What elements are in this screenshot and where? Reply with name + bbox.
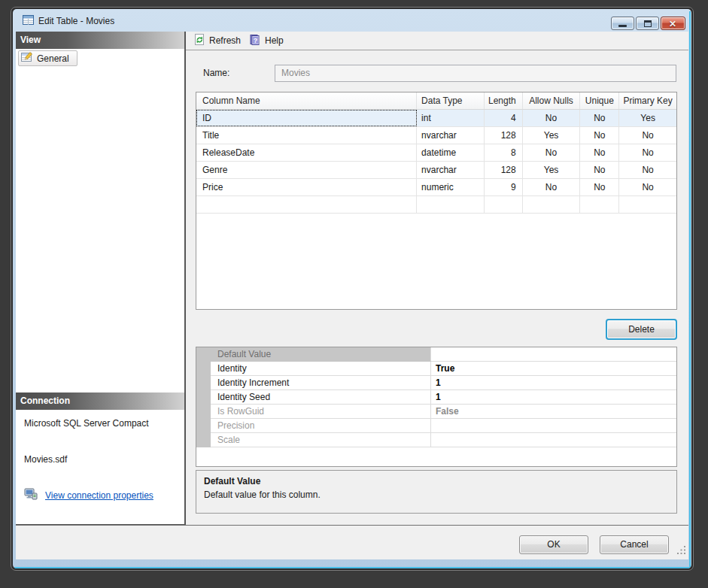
table-cell[interactable]: No [619, 127, 676, 144]
table-cell[interactable]: No [580, 110, 619, 126]
property-value[interactable]: 1 [431, 390, 676, 405]
table-row[interactable]: Pricenumeric9NoNoNo [196, 179, 676, 196]
property-value[interactable] [431, 347, 676, 362]
property-value[interactable] [431, 419, 676, 433]
table-cell[interactable]: No [619, 162, 676, 178]
table-cell[interactable]: Title [196, 127, 417, 144]
window-icon [23, 15, 35, 28]
table-cell[interactable]: int [417, 110, 485, 126]
property-label[interactable]: Identity Increment [196, 376, 431, 390]
table-cell[interactable]: No [523, 179, 581, 195]
table-cell[interactable]: No [619, 179, 676, 195]
property-label[interactable]: Default Value [196, 347, 431, 362]
table-cell[interactable] [580, 196, 619, 213]
sidebar-item-general[interactable]: General [18, 50, 77, 66]
property-value[interactable]: 1 [431, 376, 676, 390]
close-button[interactable]: ✕ [661, 17, 685, 30]
table-cell[interactable] [485, 196, 523, 213]
column-header[interactable]: Column Name [196, 92, 417, 109]
property-value[interactable] [431, 433, 676, 447]
resize-grip[interactable] [676, 545, 686, 557]
table-cell[interactable]: 128 [485, 162, 523, 178]
column-header[interactable]: Data Type [417, 92, 485, 109]
table-cell[interactable]: Yes [523, 127, 581, 144]
table-cell[interactable] [417, 196, 485, 213]
property-row[interactable]: Scale [196, 433, 676, 447]
table-cell[interactable]: Yes [523, 162, 581, 178]
table-cell[interactable] [523, 196, 581, 213]
property-value[interactable]: True [431, 362, 676, 376]
table-cell[interactable]: No [523, 144, 581, 161]
property-grid-gutter [196, 347, 211, 447]
name-label: Name: [203, 68, 229, 78]
main-panel: Refresh ? Help Name: Movies Column NameD… [186, 32, 688, 525]
refresh-icon [194, 34, 205, 48]
table-cell[interactable]: 128 [485, 127, 523, 144]
refresh-button[interactable]: Refresh [194, 34, 241, 48]
table-cell[interactable]: No [580, 144, 619, 161]
table-cell[interactable]: Yes [619, 110, 676, 126]
property-row[interactable]: Is RowGuidFalse [196, 405, 676, 419]
column-header[interactable]: Unique [580, 92, 619, 109]
cancel-button[interactable]: Cancel [600, 535, 669, 554]
table-row[interactable]: ReleaseDatedatetime8NoNoNo [196, 144, 676, 162]
property-row[interactable]: Default Value [196, 347, 676, 362]
help-button[interactable]: ? Help [249, 34, 284, 48]
table-cell[interactable]: nvarchar [417, 162, 485, 178]
refresh-label: Refresh [209, 35, 241, 46]
window-title: Edit Table - Movies [38, 16, 114, 26]
table-cell[interactable]: numeric [417, 179, 485, 195]
table-cell[interactable]: No [580, 162, 619, 178]
property-value[interactable]: False [431, 405, 676, 419]
name-input[interactable]: Movies [275, 65, 676, 82]
table-cell[interactable]: ID [196, 110, 417, 126]
table-cell[interactable]: Price [196, 179, 417, 195]
table-cell[interactable]: datetime [417, 144, 485, 161]
table-cell[interactable]: No [580, 127, 619, 144]
minimize-icon [618, 25, 627, 27]
column-header[interactable]: Allow Nulls [523, 92, 581, 109]
column-header[interactable]: Length [485, 92, 523, 109]
minimize-button[interactable] [611, 17, 634, 30]
property-row[interactable]: IdentityTrue [196, 362, 676, 376]
table-cell[interactable]: Genre [196, 162, 417, 178]
property-label[interactable]: Is RowGuid [196, 405, 431, 419]
svg-text:?: ? [254, 36, 258, 44]
table-row[interactable]: Titlenvarchar128YesNoNo [196, 127, 676, 144]
property-row[interactable]: Identity Seed1 [196, 390, 676, 405]
table-cell[interactable] [619, 196, 676, 213]
ok-button[interactable]: OK [519, 535, 588, 554]
table-cell[interactable]: ReleaseDate [196, 144, 417, 161]
property-grid: Default ValueIdentityTrueIdentity Increm… [196, 347, 677, 467]
column-header[interactable]: Primary Key [619, 92, 676, 109]
table-cell[interactable]: 4 [485, 110, 523, 126]
table-cell[interactable]: 9 [485, 179, 523, 195]
delete-button[interactable]: Delete [606, 319, 677, 340]
table-cell[interactable]: No [580, 179, 619, 195]
table-row[interactable]: Genrenvarchar128YesNoNo [196, 162, 676, 179]
table-row[interactable] [196, 196, 676, 214]
columns-table-header: Column NameData TypeLengthAllow NullsUni… [196, 92, 676, 110]
property-row[interactable]: Precision [196, 419, 676, 433]
edit-table-window: Edit Table - Movies ✕ View General Conne… [11, 7, 694, 571]
connection-properties-icon [24, 488, 38, 502]
table-cell[interactable]: No [523, 110, 581, 126]
property-row[interactable]: Identity Increment1 [196, 376, 676, 390]
titlebar[interactable]: Edit Table - Movies ✕ [13, 9, 691, 32]
table-cell[interactable]: nvarchar [417, 127, 485, 144]
close-icon: ✕ [669, 19, 676, 29]
property-description-title: Default Value [204, 476, 669, 486]
table-row[interactable]: IDint4NoNoYes [196, 110, 676, 127]
toolbar: Refresh ? Help [186, 32, 688, 50]
connection-provider: Microsoft SQL Server Compact [24, 418, 149, 429]
table-cell[interactable] [196, 196, 417, 213]
maximize-button[interactable] [636, 17, 659, 30]
property-label[interactable]: Identity [196, 362, 431, 376]
connection-database: Movies.sdf [24, 454, 67, 465]
property-label[interactable]: Identity Seed [196, 390, 431, 405]
view-connection-properties-link[interactable]: View connection properties [45, 490, 153, 501]
property-label[interactable]: Precision [196, 419, 431, 433]
table-cell[interactable]: No [619, 144, 676, 161]
table-cell[interactable]: 8 [485, 144, 523, 161]
property-label[interactable]: Scale [196, 433, 431, 447]
